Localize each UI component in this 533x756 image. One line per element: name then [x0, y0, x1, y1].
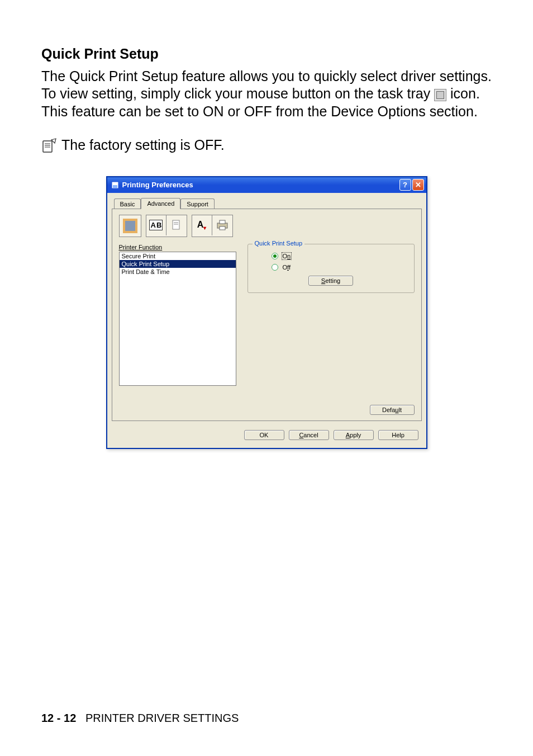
toolbar-btn-av[interactable]: A▾: [192, 215, 212, 235]
printer-function-label: Printer Function: [119, 244, 236, 251]
titlebar: Printing Preferences ? ✕: [107, 177, 426, 193]
svg-rect-0: [43, 141, 52, 152]
body-line1: The Quick Print Setup feature allows you…: [41, 68, 492, 101]
tab-content: A B A▾: [112, 209, 422, 421]
toolbar-btn-ab[interactable]: A B: [146, 215, 166, 235]
toolbar-btn-1[interactable]: [119, 215, 141, 237]
tab-support[interactable]: Support: [180, 199, 215, 209]
apply-button[interactable]: Apply: [334, 430, 374, 440]
note-icon: [41, 138, 57, 154]
dialog-bottom-buttons: OK Cancel Apply Help: [107, 427, 426, 448]
radio-off-input[interactable]: [272, 264, 278, 271]
note-row: The factory setting is OFF.: [41, 137, 492, 154]
ok-button[interactable]: OK: [244, 430, 284, 440]
toolbar-btn-doc[interactable]: [166, 215, 187, 235]
setting-button[interactable]: Setting: [308, 276, 353, 286]
radio-on-input[interactable]: [272, 253, 278, 259]
help-button[interactable]: Help: [378, 430, 418, 440]
note-text: The factory setting is OFF.: [61, 137, 225, 153]
svg-rect-5: [113, 185, 117, 188]
titlebar-help-button[interactable]: ?: [399, 179, 411, 191]
radio-off[interactable]: Off: [272, 263, 407, 271]
printing-preferences-dialog: Printing Preferences ? ✕ Basic Advanced …: [106, 176, 427, 449]
page-number: 12 - 12: [41, 712, 76, 724]
svg-rect-12: [220, 220, 225, 224]
default-button[interactable]: Default: [370, 405, 415, 415]
toolbar-btn-printer[interactable]: [212, 215, 232, 235]
printer-function-listbox[interactable]: Secure Print Quick Print Setup Print Dat…: [119, 252, 236, 386]
body-text: The Quick Print Setup feature allows you…: [41, 68, 492, 120]
heading-quick-print-setup: Quick Print Setup: [41, 46, 492, 62]
svg-rect-8: [173, 220, 179, 229]
cancel-button[interactable]: Cancel: [289, 430, 329, 440]
svg-rect-13: [220, 226, 225, 230]
tab-advanced[interactable]: Advanced: [141, 198, 180, 209]
toolbar-pair-1: A B: [146, 215, 187, 237]
toolbar-icon-row: A B A▾: [119, 215, 415, 237]
app-icon: [111, 181, 120, 190]
toolbar-pair-2: A▾: [192, 215, 233, 237]
list-item[interactable]: Secure Print: [120, 252, 236, 260]
tray-icon: [434, 89, 446, 101]
quick-print-setup-group: Quick Print Setup On Off: [248, 244, 415, 293]
dialog-title: Printing Preferences: [122, 181, 398, 189]
list-item[interactable]: Quick Print Setup: [120, 260, 236, 268]
radio-on[interactable]: On: [272, 252, 407, 260]
titlebar-close-button[interactable]: ✕: [412, 179, 424, 191]
svg-rect-7: [125, 221, 135, 231]
list-item[interactable]: Print Date & Time: [120, 268, 236, 276]
page-footer: 12 - 12 PRINTER DRIVER SETTINGS: [41, 712, 239, 725]
tab-row: Basic Advanced Support: [112, 196, 422, 209]
tab-basic[interactable]: Basic: [114, 199, 141, 209]
footer-section: PRINTER DRIVER SETTINGS: [85, 712, 239, 724]
group-legend: Quick Print Setup: [253, 240, 305, 247]
